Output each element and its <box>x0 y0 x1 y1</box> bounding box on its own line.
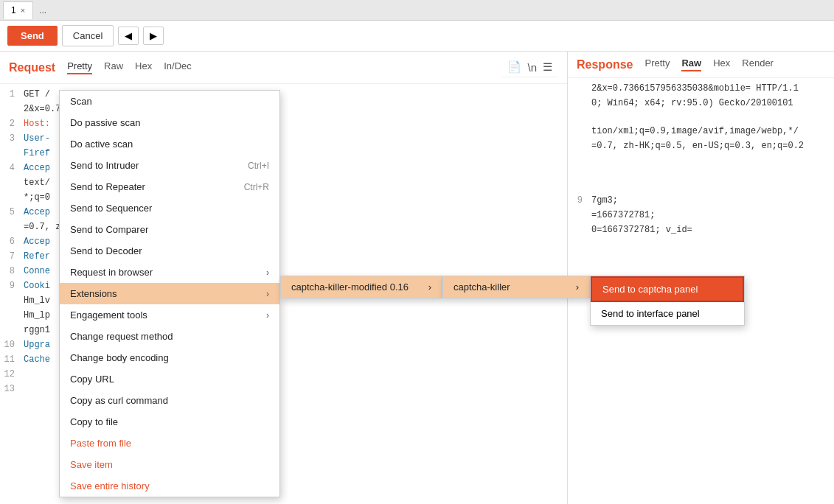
resp-line-9c: 0=1667372781; v_id= <box>568 223 834 237</box>
send-button[interactable]: Send <box>7 26 58 46</box>
resp-line-9: 9 7gm3; <box>568 193 834 208</box>
forward-button[interactable]: ▶ <box>143 27 164 45</box>
tab-1[interactable]: 1 × <box>3 1 33 19</box>
captcha-submenu: captcha-killer › <box>442 276 590 298</box>
menu-save-entire-history[interactable]: Save entire history <box>60 475 279 497</box>
resp-line-5: =0.7, zh-HK;q=0.5, en-US;q=0.3, en;q=0.2 <box>568 139 834 153</box>
captcha-killer-item[interactable]: captcha-killer › <box>443 276 589 298</box>
menu-send-sequencer[interactable]: Send to Sequencer <box>60 197 279 219</box>
send-to-interface-panel[interactable]: Send to interface panel <box>591 302 744 325</box>
menu-paste-from-file[interactable]: Paste from file <box>60 433 279 454</box>
request-icon-menu[interactable]: ☰ <box>543 60 552 74</box>
menu-do-passive-scan[interactable]: Do passive scan <box>60 112 279 133</box>
request-tabs: Pretty Raw Hex In/Dec <box>67 60 192 74</box>
tab-bar: 1 × ... <box>0 0 834 21</box>
menu-request-in-browser[interactable]: Request in browser › <box>60 262 279 283</box>
resp-line-4: tion/xml;q=0.9,image/avif,image/webp,*/ <box>568 124 834 139</box>
cancel-button[interactable]: Cancel <box>62 25 114 46</box>
menu-send-decoder[interactable]: Send to Decoder <box>60 240 279 262</box>
menu-copy-url[interactable]: Copy URL <box>60 368 279 390</box>
request-icon-doc[interactable]: 📄 <box>507 60 521 74</box>
menu-send-repeater[interactable]: Send to Repeater Ctrl+R <box>60 176 279 197</box>
tab-ellipsis[interactable]: ... <box>39 5 46 15</box>
request-icon-newline[interactable]: \n <box>527 60 537 74</box>
menu-do-active-scan[interactable]: Do active scan <box>60 133 279 155</box>
response-tabs: Pretty Raw Hex Render <box>644 57 773 71</box>
toolbar: Send Cancel ◀ ▶ <box>0 21 834 52</box>
response-tab-hex[interactable]: Hex <box>713 57 730 71</box>
main-area: Request Pretty Raw Hex In/Dec 📄 \n ☰ 1 G… <box>0 52 834 504</box>
resp-line-2: 0; Win64; x64; rv:95.0) Gecko/20100101 <box>568 96 834 111</box>
resp-line-7 <box>568 167 834 180</box>
response-tab-render[interactable]: Render <box>742 57 774 71</box>
menu-copy-to-file[interactable]: Copy to file <box>60 411 279 433</box>
tab-1-label: 1 <box>11 5 16 15</box>
menu-engagement-tools[interactable]: Engagement tools › <box>60 304 279 326</box>
menu-send-intruder[interactable]: Send to Intruder Ctrl+I <box>60 155 279 176</box>
request-tab-pretty[interactable]: Pretty <box>67 60 92 74</box>
request-tab-hex[interactable]: Hex <box>135 60 152 74</box>
response-tab-pretty[interactable]: Pretty <box>644 57 670 71</box>
send-to-captcha-panel[interactable]: Send to captcha panel <box>591 276 744 302</box>
request-tab-raw[interactable]: Raw <box>104 60 123 74</box>
menu-extensions[interactable]: Extensions › <box>60 283 279 304</box>
menu-change-request-method[interactable]: Change request method <box>60 326 279 347</box>
response-title: Response <box>577 58 633 71</box>
menu-send-comparer[interactable]: Send to Comparer <box>60 219 279 240</box>
resp-line-3 <box>568 111 834 124</box>
menu-save-item[interactable]: Save item <box>60 454 279 475</box>
tab-1-close[interactable]: × <box>21 6 25 15</box>
request-title: Request <box>9 61 55 74</box>
context-menu: Scan Do passive scan Do active scan Send… <box>59 90 280 497</box>
back-button[interactable]: ◀ <box>118 27 139 45</box>
resp-line-6 <box>568 153 834 167</box>
menu-change-body-encoding[interactable]: Change body encoding <box>60 347 279 368</box>
final-submenu: Send to captcha panel Send to interface … <box>590 276 745 326</box>
resp-line-8 <box>568 180 834 193</box>
request-header: Request Pretty Raw Hex In/Dec 📄 \n ☰ <box>0 52 567 84</box>
response-header: Response Pretty Raw Hex Render <box>568 52 834 78</box>
request-panel-toolbar: 📄 \n ☰ <box>501 57 558 77</box>
submenu-captcha-killer-modified[interactable]: captcha-killer-modified 0.16 › <box>281 276 442 298</box>
menu-scan[interactable]: Scan <box>60 91 279 112</box>
response-tab-raw[interactable]: Raw <box>681 57 701 71</box>
resp-line-1: 2&x=0.7366157956335038&mobile= HTTP/1.1 <box>568 81 834 96</box>
menu-copy-as-curl[interactable]: Copy as curl command <box>60 390 279 411</box>
extensions-submenu: captcha-killer-modified 0.16 › <box>280 276 442 298</box>
request-tab-indec[interactable]: In/Dec <box>164 60 192 74</box>
resp-line-9b: =1667372781; <box>568 208 834 223</box>
